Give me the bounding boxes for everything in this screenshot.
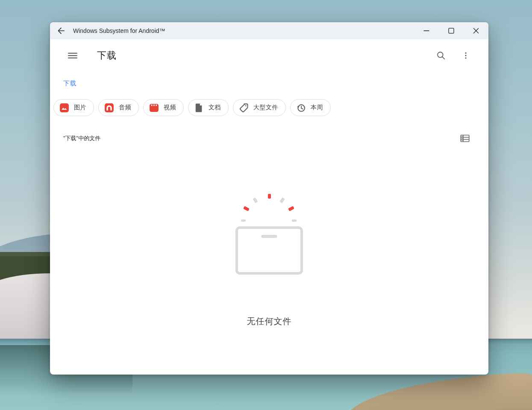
list-view-icon xyxy=(459,133,470,144)
empty-state-rays-illustration xyxy=(240,192,298,223)
search-icon xyxy=(436,50,446,61)
maximize-button[interactable] xyxy=(439,22,464,39)
chip-label: 大型文件 xyxy=(253,104,278,111)
filter-chip-this-week[interactable]: 本周 xyxy=(290,99,331,116)
window-titlebar: Windows Subsystem for Android™ xyxy=(50,22,488,39)
close-button[interactable] xyxy=(464,22,488,39)
minimize-icon xyxy=(422,26,431,35)
back-arrow-icon xyxy=(56,26,66,35)
app-toolbar: 下载 xyxy=(50,39,488,72)
window-controls xyxy=(414,22,488,39)
breadcrumb-downloads[interactable]: 下载 xyxy=(63,79,76,88)
overflow-menu-button[interactable] xyxy=(459,48,473,63)
filter-chip-audio[interactable]: 音频 xyxy=(98,99,139,116)
filter-chip-large-files[interactable]: 大型文件 xyxy=(233,99,286,116)
chip-label: 视频 xyxy=(164,104,176,111)
empty-message: 无任何文件 xyxy=(247,316,292,327)
files-section-header: "下载"中的文件 xyxy=(50,132,488,145)
chip-label: 本周 xyxy=(311,104,323,111)
list-view-toggle-button[interactable] xyxy=(459,132,471,145)
history-icon xyxy=(295,102,306,113)
filter-chip-videos[interactable]: 视频 xyxy=(143,99,184,116)
chip-label: 图片 xyxy=(74,104,86,111)
menu-button[interactable] xyxy=(65,48,80,63)
filter-chip-row: 图片 音频 视频 文档 大型文件 本周 xyxy=(50,99,488,116)
wsa-window: Windows Subsystem for Android™ 下载 下载 xyxy=(50,22,488,375)
titlebar-back-button[interactable] xyxy=(53,22,70,39)
close-icon xyxy=(471,26,481,35)
tag-icon xyxy=(238,102,249,113)
window-title: Windows Subsystem for Android™ xyxy=(73,27,165,34)
breadcrumb: 下载 xyxy=(50,77,488,90)
more-vert-icon xyxy=(461,51,470,60)
empty-box-illustration xyxy=(235,226,303,275)
chip-label: 文档 xyxy=(209,104,221,111)
menu-icon xyxy=(68,50,78,61)
video-icon xyxy=(148,102,159,113)
page-title: 下载 xyxy=(97,49,117,62)
section-label: "下载"中的文件 xyxy=(63,135,100,142)
audio-icon xyxy=(103,102,115,113)
chip-label: 音频 xyxy=(119,104,131,111)
filter-chip-documents[interactable]: 文档 xyxy=(188,99,229,116)
image-icon xyxy=(59,102,70,113)
search-button[interactable] xyxy=(434,48,448,63)
maximize-icon xyxy=(447,26,456,35)
filter-chip-images[interactable]: 图片 xyxy=(53,99,94,116)
document-icon xyxy=(193,102,204,113)
empty-state: 无任何文件 xyxy=(235,192,303,327)
empty-box-dash xyxy=(262,235,277,238)
minimize-button[interactable] xyxy=(414,22,439,39)
